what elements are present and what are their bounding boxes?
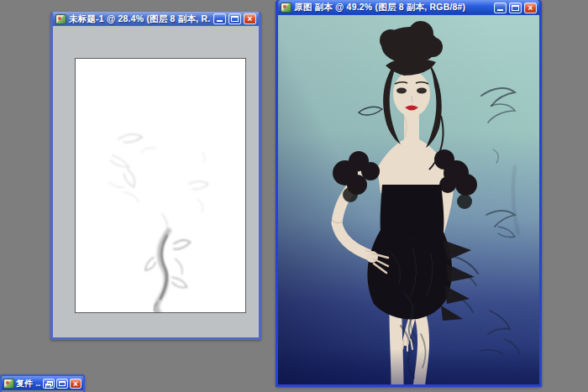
- untitled-document-page[interactable]: [75, 58, 246, 313]
- dress-bodice: [381, 185, 444, 239]
- minimize-button[interactable]: [494, 3, 507, 13]
- close-button[interactable]: ×: [70, 379, 81, 389]
- untitled-window-titlebar[interactable]: 未标题-1 @ 28.4% (图层 8 副本, R... ×: [53, 12, 259, 26]
- minimize-button[interactable]: [213, 13, 226, 24]
- minimized-window-titlebar[interactable]: 复件 ... ×: [2, 376, 83, 390]
- minimized-window-title: 复件 ...: [16, 378, 41, 389]
- close-button[interactable]: ×: [244, 13, 256, 24]
- untitled-document-window: 未标题-1 @ 28.4% (图层 8 副本, R... ×: [50, 12, 261, 340]
- untitled-window-title: 未标题-1 @ 28.4% (图层 8 副本, R...: [69, 13, 211, 25]
- portrait-image-canvas[interactable]: [278, 15, 539, 384]
- maximize-icon: [231, 16, 239, 22]
- bottom-shade: [278, 349, 539, 384]
- minimize-icon: [217, 20, 223, 22]
- original-window-title: 原图 副本 @ 49.2% (图层 8 副本, RGB/8#): [294, 2, 491, 13]
- dense-smoke-column: [145, 231, 190, 312]
- dress-skirt: [367, 230, 452, 319]
- maximize-button[interactable]: [509, 3, 522, 13]
- document-thumbnail-icon: [55, 14, 66, 24]
- untitled-canvas-area[interactable]: [53, 26, 259, 337]
- maximize-button[interactable]: [56, 379, 68, 389]
- close-icon: ×: [73, 379, 78, 389]
- close-icon: ×: [528, 3, 533, 13]
- minimize-icon: [497, 9, 503, 11]
- document-thumbnail-icon: [3, 379, 14, 389]
- woman-portrait-artwork: [278, 15, 539, 384]
- restore-button[interactable]: [43, 379, 55, 389]
- close-button[interactable]: ×: [524, 3, 537, 13]
- original-copy-window: 原图 副本 @ 49.2% (图层 8 副本, RGB/8#) ×: [276, 0, 542, 387]
- faint-smoke-artwork: [76, 59, 245, 312]
- application-workspace: { "workspace": { "background_color": "#7…: [0, 0, 588, 392]
- maximize-button[interactable]: [228, 13, 241, 24]
- faint-smoke-wisps: [109, 134, 209, 229]
- close-icon: ×: [248, 14, 253, 24]
- maximize-icon: [59, 381, 66, 386]
- document-thumbnail-icon: [281, 3, 291, 13]
- minimized-document-window: 复件 ... ×: [0, 374, 85, 392]
- maximize-icon: [512, 5, 519, 11]
- original-window-titlebar[interactable]: 原图 副本 @ 49.2% (图层 8 副本, RGB/8#) ×: [278, 0, 539, 15]
